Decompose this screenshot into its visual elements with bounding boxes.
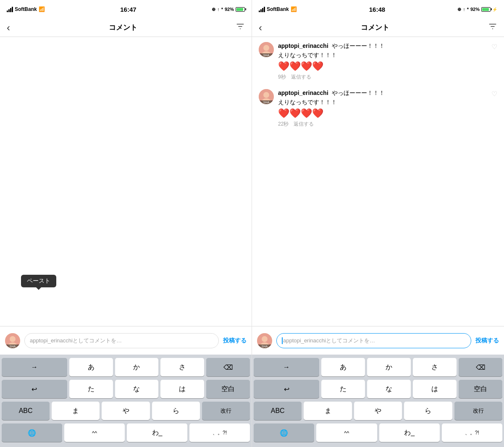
- right-input-placeholder: apptopi_erinacchiとしてコメントを…: [283, 337, 375, 344]
- left-input-area: SHA apptopi_erinacchiとしてコメントを… 投稿する: [0, 326, 252, 355]
- right-avatar-label: SHA: [257, 344, 272, 348]
- right-key-globe[interactable]: 🌐: [254, 423, 314, 442]
- comment-2-emoji: ❤️❤️❤️❤️: [278, 108, 487, 119]
- svg-point-1: [10, 336, 16, 342]
- key-punct[interactable]: 、。?!: [189, 423, 250, 442]
- right-battery-icon: [481, 7, 491, 12]
- comment-2-like[interactable]: ♡: [491, 89, 497, 128]
- comment-1: SHA apptopi_erinacchi やっほーーー！！！ えりなっちです！…: [259, 42, 497, 81]
- right-carrier-name: SoftBank: [267, 6, 289, 12]
- right-keyboard-row-2: ↩ た な は 空白: [254, 380, 502, 398]
- right-key-ha[interactable]: は: [413, 380, 457, 398]
- comment-2-text: やっほーーー！！！: [332, 89, 385, 96]
- right-key-na[interactable]: な: [367, 380, 411, 398]
- left-input-placeholder: apptopi_erinacchiとしてコメントを…: [30, 337, 122, 344]
- key-ha[interactable]: は: [160, 380, 204, 398]
- right-key-ra[interactable]: ら: [404, 402, 452, 420]
- comment-2-reply[interactable]: 返信する: [294, 121, 314, 128]
- right-user-avatar: SHA: [257, 333, 272, 348]
- right-key-ya[interactable]: や: [354, 402, 402, 420]
- key-ma[interactable]: ま: [52, 402, 100, 420]
- key-backspace[interactable]: ⌫: [206, 358, 250, 376]
- key-ka[interactable]: か: [115, 358, 159, 376]
- right-keyboard-row-3: ABC ま や ら 改行: [254, 402, 502, 420]
- signal-icon: [7, 7, 13, 12]
- right-key-undo[interactable]: ↩: [254, 380, 319, 398]
- left-status-left: SoftBank 📶: [7, 6, 45, 12]
- paste-tooltip[interactable]: ペースト: [21, 275, 56, 287]
- left-filter-button[interactable]: [236, 22, 245, 33]
- comment-2-meta: 22秒 返信する: [278, 121, 487, 128]
- right-comment-input[interactable]: apptopi_erinacchiとしてコメントを…: [276, 333, 471, 348]
- text-cursor: [282, 337, 283, 344]
- right-post-button[interactable]: 投稿する: [475, 337, 499, 344]
- battery-icon: [236, 7, 245, 12]
- right-key-a[interactable]: あ: [321, 358, 365, 376]
- right-nav-bar: ‹ コメント: [252, 18, 504, 37]
- right-key-sa[interactable]: さ: [413, 358, 457, 376]
- right-key-punct[interactable]: 、。?!: [442, 423, 502, 442]
- right-keyboard-row-1: → あ か さ ⌫: [254, 358, 502, 376]
- right-key-abc[interactable]: ABC: [254, 402, 302, 420]
- comment-1-avatar[interactable]: SHA: [259, 42, 274, 57]
- comment-2-header: apptopi_erinacchi やっほーーー！！！: [278, 89, 487, 97]
- battery-percent: 92%: [225, 7, 234, 12]
- comment-2-username[interactable]: apptopi_erinacchi: [278, 89, 328, 96]
- right-key-arrow-right[interactable]: →: [254, 358, 319, 376]
- right-key-ta[interactable]: た: [321, 380, 365, 398]
- right-signal-icon: [259, 7, 265, 12]
- right-key-ka[interactable]: か: [367, 358, 411, 376]
- comment-1-text: やっほーーー！！！: [332, 42, 385, 49]
- key-space[interactable]: 空白: [206, 380, 250, 398]
- key-enter[interactable]: 改行: [202, 402, 250, 420]
- comment-1-reply[interactable]: 返信する: [291, 74, 311, 81]
- key-na[interactable]: な: [115, 380, 159, 398]
- right-bluetooth-icon: *: [467, 7, 469, 12]
- right-back-button[interactable]: ‹: [259, 22, 262, 34]
- key-a[interactable]: あ: [69, 358, 113, 376]
- left-nav-bar: ‹ コメント: [0, 18, 252, 37]
- right-keyboard-row-4: 🌐 ^^ わ_ 、。?!: [254, 423, 502, 442]
- comment-2-avatar[interactable]: SHA: [259, 89, 274, 104]
- right-screen: SoftBank 📶 16:48 ⊕ ↑ * 92% ⚡ ‹ コメント: [252, 0, 504, 447]
- carrier-name: SoftBank: [15, 6, 37, 12]
- location-icon: ⊕: [212, 7, 215, 12]
- svg-point-10: [262, 336, 268, 342]
- key-ta[interactable]: た: [69, 380, 113, 398]
- right-status-right: ⊕ ↑ * 92% ⚡: [457, 7, 497, 12]
- avatar-2-label: SHA: [259, 100, 274, 104]
- comment-1-like[interactable]: ♡: [491, 42, 497, 81]
- right-keyboard: → あ か さ ⌫ ↩ た な は 空白 ABC ま や ら 改行 🌐 ^^ わ…: [252, 355, 504, 447]
- avatar-1-label: SHA: [259, 53, 274, 57]
- comment-1-meta: 9秒 返信する: [278, 74, 487, 81]
- right-key-space[interactable]: 空白: [459, 380, 502, 398]
- right-filter-button[interactable]: [488, 22, 497, 33]
- key-wa[interactable]: わ_: [127, 423, 187, 442]
- key-abc[interactable]: ABC: [2, 402, 50, 420]
- left-nav-title: コメント: [109, 23, 137, 32]
- comment-1-content: apptopi_erinacchi やっほーーー！！！ えりなっちです！！！ ❤…: [278, 42, 487, 81]
- left-keyboard-row-4: 🌐 ^^ わ_ 、。?!: [2, 423, 250, 442]
- key-ya[interactable]: や: [102, 402, 150, 420]
- left-back-button[interactable]: ‹: [7, 22, 10, 34]
- key-ra[interactable]: ら: [152, 402, 200, 420]
- right-key-ma[interactable]: ま: [304, 402, 352, 420]
- svg-point-7: [263, 92, 269, 98]
- right-key-wa[interactable]: わ_: [379, 423, 440, 442]
- right-nav-title: コメント: [361, 23, 389, 32]
- comment-1-time: 9秒: [278, 74, 286, 81]
- left-post-button[interactable]: 投稿する: [223, 337, 247, 344]
- key-undo[interactable]: ↩: [2, 380, 67, 398]
- key-hat[interactable]: ^^: [64, 423, 125, 442]
- key-sa[interactable]: さ: [160, 358, 204, 376]
- right-key-backspace[interactable]: ⌫: [459, 358, 502, 376]
- avatar-label: SHA: [5, 344, 20, 348]
- right-key-enter[interactable]: 改行: [454, 402, 502, 420]
- comment-1-emoji: ❤️❤️❤️❤️: [278, 61, 487, 72]
- key-globe[interactable]: 🌐: [2, 423, 62, 442]
- left-comment-input[interactable]: apptopi_erinacchiとしてコメントを…: [24, 333, 219, 348]
- comment-1-username[interactable]: apptopi_erinacchi: [278, 42, 328, 49]
- comment-1-header: apptopi_erinacchi やっほーーー！！！: [278, 42, 487, 50]
- key-arrow-right[interactable]: →: [2, 358, 67, 376]
- right-key-hat[interactable]: ^^: [316, 423, 377, 442]
